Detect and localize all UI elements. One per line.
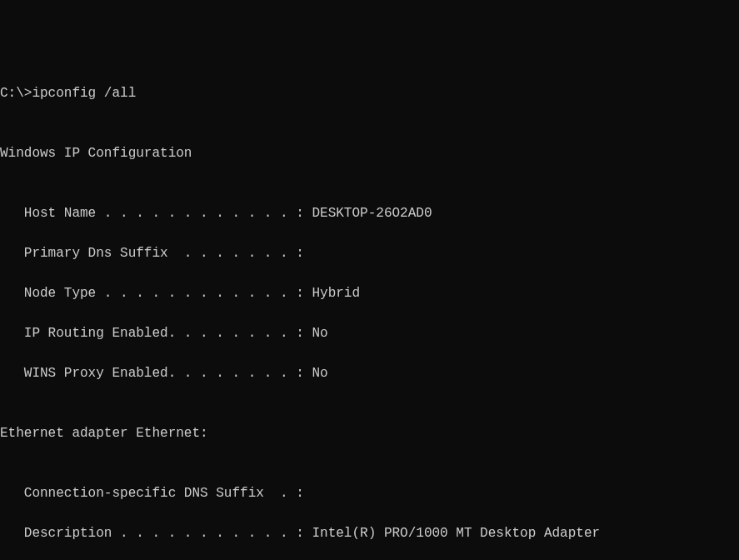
primary-dns-suffix-line: Primary Dns Suffix . . . . . . . : [0, 243, 739, 263]
node-type-line: Node Type . . . . . . . . . . . . : Hybr… [0, 283, 739, 303]
ip-routing-line: IP Routing Enabled. . . . . . . . : No [0, 323, 739, 343]
adapter-header: Ethernet adapter Ethernet: [0, 423, 739, 443]
command-prompt-line: C:\>ipconfig /all [0, 83, 739, 103]
connection-suffix-line: Connection-specific DNS Suffix . : [0, 483, 739, 503]
description-line: Description . . . . . . . . . . . : Inte… [0, 523, 739, 543]
wins-proxy-line: WINS Proxy Enabled. . . . . . . . : No [0, 363, 739, 383]
host-name-line: Host Name . . . . . . . . . . . . : DESK… [0, 203, 739, 223]
section-header: Windows IP Configuration [0, 143, 739, 163]
